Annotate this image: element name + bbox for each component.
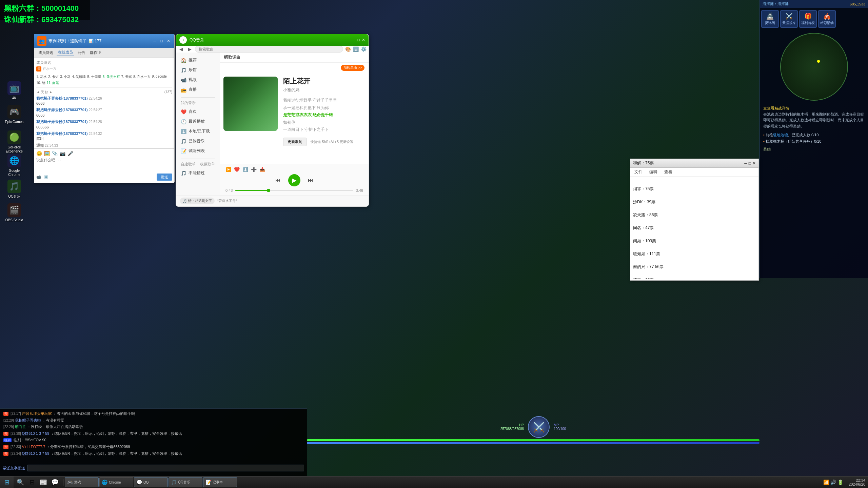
battery-tray-icon[interactable]: 🔋: [837, 480, 843, 485]
bottom-chat-input[interactable]: [27, 465, 304, 471]
chat-input-field[interactable]: [36, 158, 172, 171]
game-check-battle[interactable]: 查查看精战详情: [763, 106, 789, 110]
notepad-minimize[interactable]: ─: [744, 161, 747, 166]
music-playlist-item[interactable]: 🎵 不能错过: [176, 168, 220, 178]
music-vip-label[interactable]: 加购单曲 >>: [341, 65, 364, 71]
qq-music-maximize[interactable]: □: [357, 38, 360, 42]
qq-chat-close[interactable]: ✕: [165, 39, 172, 43]
music-play-icon[interactable]: ▶️: [225, 167, 231, 172]
music-nav-recommend[interactable]: 🏠 推荐: [176, 55, 220, 65]
qq-chat-msg5-time: 22:34:33: [45, 144, 58, 147]
music-back-btn[interactable]: ◀: [178, 46, 184, 52]
desktop-icon-4k[interactable]: 📺 4K: [3, 81, 25, 100]
taskbar-app-qq[interactable]: 💬 QQ: [134, 477, 168, 487]
music-forward-btn[interactable]: ▶: [186, 46, 193, 52]
my-music-label: 我的音乐: [181, 100, 196, 105]
music-nav-live[interactable]: 📻 直播: [176, 85, 220, 95]
linlin-icon: 🏯: [766, 13, 774, 20]
music-download-action[interactable]: ⬇️: [242, 167, 248, 172]
game-btn-event[interactable]: 🎪 精彩活动: [818, 10, 836, 28]
notepad-menu-file[interactable]: 文件: [633, 168, 644, 176]
qq-chat-tab-filter[interactable]: 成员筛选: [37, 49, 55, 56]
game-btn-tianya[interactable]: ⚔️ 天涯战令: [780, 10, 798, 28]
notepad-content[interactable]: 烟霏：75票 沙DK：39票 凌天露：86票 间名：47票 间如：103票 暖知…: [630, 177, 758, 279]
volume-tray-icon[interactable]: 🔊: [830, 480, 836, 485]
taskbar-task-btn[interactable]: ⊟: [26, 477, 37, 488]
music-sidebar-purchased[interactable]: 🎵 已购音乐: [176, 136, 220, 146]
notepad-maximize[interactable]: □: [749, 161, 751, 166]
qq-chat-minimize[interactable]: ─: [152, 39, 158, 43]
qq-chat-tab-online[interactable]: 在线成员: [57, 49, 74, 56]
notepad-close[interactable]: ✕: [752, 161, 756, 166]
music-next-btn[interactable]: ⏭: [306, 176, 315, 185]
music-sidebar-download[interactable]: ⬇️ 本地/已下载: [176, 126, 220, 136]
desktop-icon-chrome[interactable]: 🌐 Google Chrome: [3, 154, 25, 177]
taskbar-app-game[interactable]: 🎮 游戏: [65, 477, 99, 487]
music-heart-action[interactable]: ❤️: [234, 167, 240, 172]
screenshot-icon[interactable]: 📷: [60, 151, 65, 156]
taskbar-app-music[interactable]: 🎵 QQ音乐: [169, 477, 202, 487]
network-tray-icon[interactable]: 📶: [823, 480, 829, 485]
clock-time: 22:34: [849, 478, 865, 482]
qq-chat-msg4-time: 22:54:32: [89, 132, 102, 136]
music-sidebar-recent[interactable]: 🕐 最近播放: [176, 117, 220, 126]
qq-chat-members-list-header: 在水一方: [43, 66, 56, 71]
quest-text-2: 拾取橡木桶（组队共享任务）0/10: [766, 139, 821, 143]
music-add-action[interactable]: ➕: [251, 167, 257, 172]
qq-chat-tab-notice[interactable]: 公告: [76, 49, 86, 56]
desktop-icon-obs[interactable]: 🎬 OBS Studio: [3, 203, 25, 222]
taskbar-search-btn[interactable]: 🔍: [15, 477, 26, 488]
qq-music-close[interactable]: ✕: [362, 38, 365, 42]
voice-icon[interactable]: 🎤: [67, 151, 73, 156]
right-game-panel: 海河洲：海河港 685,1533 🏯 灵琳阁 ⚔️ 天涯战令 🎁 福利特权 🎪 …: [760, 0, 868, 278]
notepad-menu-edit[interactable]: 编辑: [648, 168, 659, 176]
taskbar-app-chrome[interactable]: 🌐 Chrome: [99, 477, 133, 487]
playlist-mini-current[interactable]: 🎵 情・相遇是女王: [180, 198, 215, 204]
bottom-msg-5-badge: 临别: [3, 438, 12, 442]
taskbar-clock[interactable]: 22:34 2024/6/20: [846, 478, 868, 486]
game-btn-linlin[interactable]: 🏯 灵琳阁: [761, 10, 779, 28]
progress-track[interactable]: [235, 190, 353, 191]
taskbar-start-button[interactable]: ⊞: [0, 476, 14, 488]
qq-chat-msg3-sender: 我把蝎子弄去粉(18788337701): [36, 120, 88, 124]
quest-rewards: 奖励: [763, 146, 865, 152]
music-settings-icon[interactable]: ⚙️: [361, 46, 367, 52]
music-nav-store[interactable]: 🎵 乐馆: [176, 65, 220, 75]
music-sidebar-fav[interactable]: ❤️ 喜欢: [176, 107, 220, 117]
qq-chat-msg5-sender: 通知: [36, 143, 44, 147]
taskbar-widget-btn[interactable]: 📰: [38, 477, 49, 488]
music-prev-btn[interactable]: ⏮: [273, 176, 283, 185]
game-minimap[interactable]: [780, 33, 848, 101]
file-icon[interactable]: 📎: [52, 151, 58, 156]
character-avatar: ⚔️: [528, 416, 550, 438]
quest-text-1: 前往驻地池塘。已完成人数 0/10: [766, 133, 818, 137]
playlist-action[interactable]: 收藏歌单: [200, 162, 215, 167]
music-playlist-item-label: 不能错过: [189, 170, 205, 176]
music-nav-video[interactable]: 📹 视频: [176, 75, 220, 85]
notepad-menu-view[interactable]: 查看: [663, 168, 674, 176]
desktop-icon-qqmusic[interactable]: 🎵 QQ音乐: [3, 180, 25, 199]
music-sidebar-list[interactable]: 📝 试听列表: [176, 146, 220, 156]
desktop-icon-geforce[interactable]: 🟢 GeForce Experience: [3, 130, 25, 154]
notepad-menubar: 文件 编辑 查看: [630, 168, 758, 177]
chat-send-button[interactable]: 发送: [157, 174, 172, 181]
taskbar-app-notepad[interactable]: 📝 记事本: [203, 477, 237, 487]
music-share-action[interactable]: 📤: [259, 167, 265, 172]
qq-music-minimize[interactable]: ─: [352, 38, 355, 42]
chat-action-extra[interactable]: ⚙️: [44, 175, 48, 179]
qq-chat-tab-group[interactable]: 群作业: [88, 49, 102, 56]
chat-action-record[interactable]: 📹: [36, 175, 41, 179]
music-play-btn[interactable]: ▶: [288, 174, 300, 186]
search-icon: 🔍: [17, 479, 24, 486]
image-icon[interactable]: 🖼️: [44, 151, 50, 156]
music-skin-icon[interactable]: 🎨: [345, 46, 351, 52]
refresh-lyrics-btn[interactable]: 更新歌词: [283, 138, 307, 146]
qq-chat-maximize[interactable]: □: [159, 39, 164, 43]
music-update-btn[interactable]: 更新歌词 快捷键 Shift+Alt+S 更新设置: [283, 138, 365, 146]
taskbar-chat-btn[interactable]: 💬: [50, 477, 60, 488]
music-search-input[interactable]: [195, 46, 343, 53]
game-btn-fuli[interactable]: 🎁 福利特权: [799, 10, 817, 28]
emoji-icon[interactable]: 😊: [36, 151, 42, 156]
music-download-icon[interactable]: ⬇️: [353, 46, 359, 52]
desktop-icon-epic[interactable]: 🎮 Epic Games: [3, 105, 25, 124]
